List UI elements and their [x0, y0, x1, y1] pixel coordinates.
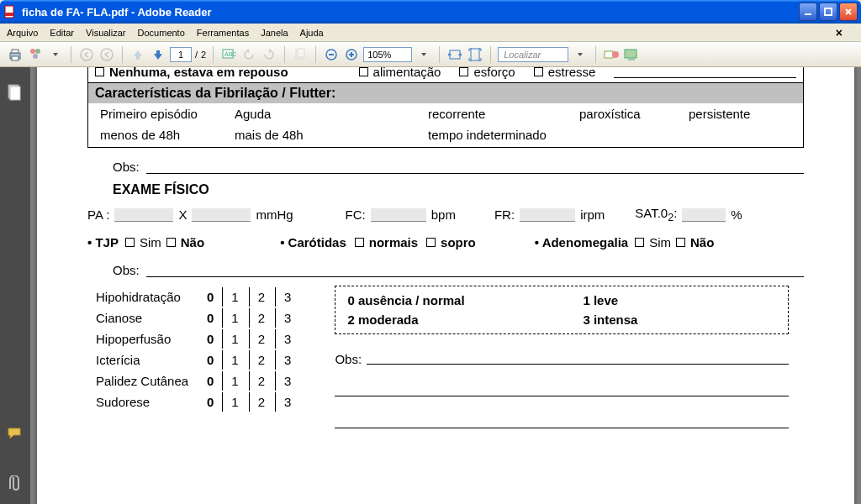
menu-ajuda[interactable]: Ajuda	[300, 28, 324, 38]
checkbox-tjp-nao[interactable]: Não	[166, 235, 204, 249]
page-number-input[interactable]: 1	[170, 47, 192, 62]
fit-page-icon[interactable]	[467, 46, 483, 63]
svg-rect-15	[298, 49, 304, 57]
menu-ferramentas[interactable]: Ferramentas	[197, 28, 249, 38]
tjp-label: • TJP	[87, 235, 119, 249]
checkbox-menos48[interactable]: menos de 48h	[95, 128, 230, 142]
dropdown-arrow-icon[interactable]	[47, 46, 64, 63]
checkbox-mais48[interactable]: mais de 48h	[230, 128, 423, 142]
select-tool-icon[interactable]: ABC	[220, 46, 237, 63]
scale-row: Cianose0123	[89, 308, 299, 328]
vitals-row: PA : X mmHg FC: bpm FR: irpm SAT.02: %	[87, 206, 804, 223]
dropdown-arrow-icon[interactable]	[572, 46, 589, 63]
menu-visualizar[interactable]: Visualizar	[86, 28, 126, 38]
checkbox-sopro[interactable]: sopro	[426, 235, 476, 249]
scale-item-label: Cianose	[89, 308, 198, 328]
pa-sys-blank	[114, 208, 173, 222]
toolbar-separator	[213, 46, 214, 63]
minimize-button[interactable]	[799, 3, 817, 21]
checkbox-aguda[interactable]: Aguda	[230, 107, 423, 121]
find-input[interactable]: Localizar	[498, 47, 568, 62]
maximize-button[interactable]	[819, 3, 837, 21]
fit-width-icon[interactable]	[446, 46, 463, 63]
checkbox-persistente[interactable]: persistente	[684, 107, 750, 121]
scale-item-label: Sudorese	[89, 392, 198, 412]
document-viewport[interactable]: Nenhuma, estava em repouso alimentação e…	[30, 67, 861, 504]
checkbox-adeno-sim[interactable]: Sim	[635, 235, 671, 249]
scale-row: Hipoperfusão0123	[89, 329, 299, 349]
svg-rect-25	[625, 50, 637, 58]
print-icon[interactable]	[7, 46, 24, 63]
pct-label: %	[731, 207, 742, 222]
pages-panel-icon[interactable]	[7, 84, 24, 101]
checkbox-tempo-indet[interactable]: tempo indeterminado	[423, 128, 547, 142]
pa-x: X	[178, 207, 187, 222]
checkbox-nenhuma[interactable]: Nenhuma, estava em repouso	[95, 67, 288, 79]
collab-tool-icon[interactable]	[603, 46, 620, 63]
section-box: Nenhuma, estava em repouso alimentação e…	[87, 67, 804, 148]
menu-janela[interactable]: Janela	[261, 28, 288, 38]
sat-blank	[682, 208, 726, 222]
svg-rect-1	[5, 13, 13, 16]
fc-label: FC:	[346, 207, 366, 222]
fib-options-row1: Primeiro episódio Aguda recorrente parox…	[88, 103, 803, 124]
irpm-label: irpm	[580, 207, 605, 222]
toolbar: 1 / 2 ABC 105% Localizar	[0, 42, 861, 67]
svg-point-7	[30, 49, 35, 54]
checkbox-primeiro[interactable]: Primeiro episódio	[95, 107, 230, 121]
checkbox-normais[interactable]: normais	[355, 235, 418, 249]
scale-row: Sudorese0123	[89, 392, 299, 412]
checkbox-tjp-sim[interactable]: Sim	[125, 235, 161, 249]
checkbox-estresse[interactable]: estresse	[534, 67, 596, 79]
collaborate-icon[interactable]	[27, 46, 44, 63]
pa-dia-blank	[192, 208, 251, 222]
window-title: ficha de FA- FLA.pdf - Adobe Reader	[22, 6, 799, 18]
menu-arquivo[interactable]: Arquivo	[7, 28, 38, 38]
blank-line	[614, 67, 796, 78]
checkbox-recorrente[interactable]: recorrente	[423, 107, 574, 121]
scale-value: 0	[200, 329, 220, 349]
scale-value: 1	[222, 392, 246, 412]
svg-point-24	[612, 51, 619, 58]
menu-close-icon[interactable]: ×	[836, 26, 843, 39]
checkbox-alimentacao[interactable]: alimentação	[359, 67, 441, 79]
page-total: 2	[201, 50, 206, 60]
page-down-icon[interactable]	[150, 46, 166, 63]
svg-point-11	[101, 49, 113, 60]
section-header: Características da Fibrilação / Flutter:	[88, 82, 803, 103]
attachments-panel-icon[interactable]	[7, 475, 24, 492]
menu-documento[interactable]: Documento	[138, 28, 185, 38]
share-tool-icon[interactable]	[623, 46, 640, 63]
checkbox-esforco[interactable]: esforço	[459, 67, 515, 79]
scale-value: 2	[249, 287, 273, 307]
scale-value: 3	[275, 350, 299, 370]
obs-line	[146, 265, 804, 277]
zoom-out-icon[interactable]	[323, 46, 340, 63]
scale-row: Hipohidratação0123	[89, 287, 299, 307]
svg-rect-2	[805, 13, 811, 15]
svg-point-10	[81, 49, 92, 60]
scale-value: 3	[275, 371, 299, 391]
checkbox-paroxistica[interactable]: paroxística	[574, 107, 684, 121]
menu-editar[interactable]: Editar	[50, 28, 74, 38]
dropdown-arrow-icon[interactable]	[415, 46, 432, 63]
rotate-cw-icon	[261, 46, 277, 63]
scale-value: 0	[200, 350, 220, 370]
zoom-input[interactable]: 105%	[363, 47, 412, 62]
label-esforco: esforço	[473, 67, 515, 79]
scale-value: 3	[275, 308, 299, 328]
main-area: Nenhuma, estava em repouso alimentação e…	[0, 67, 861, 504]
svg-rect-22	[471, 49, 479, 60]
scale-value: 0	[200, 371, 220, 391]
comments-panel-icon[interactable]	[7, 427, 24, 444]
pdf-file-icon	[3, 5, 17, 18]
svg-rect-23	[605, 51, 613, 58]
obs-label: Obs:	[335, 352, 362, 366]
first-page-icon	[78, 46, 95, 63]
obs-row-2: Obs:	[87, 263, 804, 277]
fr-label: FR:	[494, 207, 515, 222]
checkbox-adeno-nao[interactable]: Não	[676, 235, 714, 249]
page-up-icon	[129, 46, 146, 63]
close-button[interactable]	[839, 3, 858, 21]
zoom-in-icon[interactable]	[343, 46, 360, 63]
